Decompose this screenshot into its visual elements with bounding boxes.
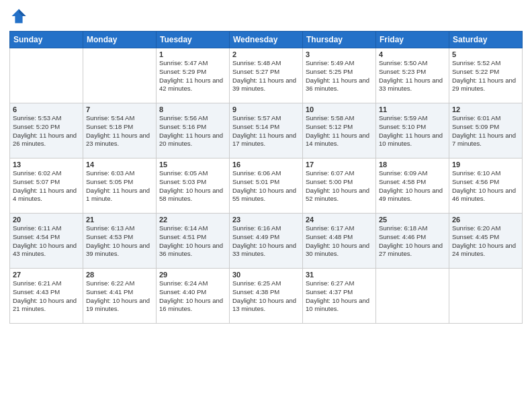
calendar-cell: 25Sunrise: 6:18 AMSunset: 4:46 PMDayligh… [376, 214, 449, 269]
calendar-cell: 22Sunrise: 6:14 AMSunset: 4:51 PMDayligh… [157, 214, 230, 269]
calendar-cell: 26Sunrise: 6:20 AMSunset: 4:45 PMDayligh… [449, 214, 523, 269]
calendar-week-row: 13Sunrise: 6:02 AMSunset: 5:07 PMDayligh… [10, 158, 523, 214]
day-number: 29 [159, 271, 226, 279]
calendar-cell: 21Sunrise: 6:13 AMSunset: 4:53 PMDayligh… [83, 214, 157, 269]
day-number: 13 [13, 161, 80, 169]
day-info: Sunrise: 6:09 AMSunset: 4:58 PMDaylight:… [379, 169, 446, 203]
day-number: 5 [452, 50, 519, 58]
day-number: 30 [232, 271, 300, 279]
day-number: 4 [379, 50, 446, 58]
day-number: 16 [232, 161, 300, 169]
calendar-cell: 27Sunrise: 6:21 AMSunset: 4:43 PMDayligh… [10, 269, 83, 324]
day-number: 19 [452, 161, 519, 169]
logo-icon [9, 7, 28, 26]
day-info: Sunrise: 5:52 AMSunset: 5:22 PMDaylight:… [452, 59, 519, 93]
calendar-cell: 23Sunrise: 6:16 AMSunset: 4:49 PMDayligh… [230, 214, 303, 269]
day-number: 12 [452, 105, 519, 113]
day-number: 10 [306, 105, 373, 113]
day-number: 27 [13, 271, 80, 279]
day-number: 9 [232, 105, 300, 113]
day-info: Sunrise: 5:48 AMSunset: 5:27 PMDaylight:… [232, 59, 300, 93]
day-info: Sunrise: 6:20 AMSunset: 4:45 PMDaylight:… [452, 224, 519, 259]
day-number: 26 [452, 216, 519, 224]
day-number: 15 [159, 161, 226, 169]
day-info: Sunrise: 6:18 AMSunset: 4:46 PMDaylight:… [379, 224, 446, 259]
calendar-cell: 3Sunrise: 5:49 AMSunset: 5:25 PMDaylight… [303, 48, 376, 103]
day-number: 17 [306, 161, 373, 169]
logo [9, 7, 31, 26]
day-info: Sunrise: 5:53 AMSunset: 5:20 PMDaylight:… [13, 114, 80, 148]
day-info: Sunrise: 6:25 AMSunset: 4:38 PMDaylight:… [232, 279, 300, 314]
day-info: Sunrise: 6:02 AMSunset: 5:07 PMDaylight:… [13, 169, 80, 203]
day-number: 6 [13, 105, 80, 113]
calendar-week-row: 27Sunrise: 6:21 AMSunset: 4:43 PMDayligh… [10, 269, 523, 324]
day-number: 11 [379, 105, 446, 113]
day-number: 3 [306, 50, 373, 58]
day-number: 28 [86, 271, 153, 279]
day-info: Sunrise: 6:13 AMSunset: 4:53 PMDaylight:… [86, 224, 153, 259]
calendar-week-row: 6Sunrise: 5:53 AMSunset: 5:20 PMDaylight… [10, 103, 523, 158]
calendar-cell: 13Sunrise: 6:02 AMSunset: 5:07 PMDayligh… [10, 158, 83, 214]
day-number: 8 [159, 105, 226, 113]
day-info: Sunrise: 5:54 AMSunset: 5:18 PMDaylight:… [86, 114, 153, 148]
calendar-cell: 15Sunrise: 6:05 AMSunset: 5:03 PMDayligh… [157, 158, 230, 214]
day-info: Sunrise: 6:17 AMSunset: 4:48 PMDaylight:… [306, 224, 373, 259]
day-number: 23 [232, 216, 300, 224]
day-number: 22 [159, 216, 226, 224]
day-info: Sunrise: 6:11 AMSunset: 4:54 PMDaylight:… [13, 224, 80, 259]
weekday-header-sunday: Sunday [10, 32, 83, 48]
calendar-cell: 1Sunrise: 5:47 AMSunset: 5:29 PMDaylight… [157, 48, 230, 103]
weekday-header-thursday: Thursday [303, 32, 376, 48]
day-number: 1 [159, 50, 226, 58]
weekday-header-monday: Monday [83, 32, 157, 48]
day-info: Sunrise: 6:22 AMSunset: 4:41 PMDaylight:… [86, 279, 153, 314]
day-number: 21 [86, 216, 153, 224]
calendar-cell [83, 48, 157, 103]
day-info: Sunrise: 6:06 AMSunset: 5:01 PMDaylight:… [232, 169, 300, 203]
calendar-cell: 8Sunrise: 5:56 AMSunset: 5:16 PMDaylight… [157, 103, 230, 158]
calendar-cell: 16Sunrise: 6:06 AMSunset: 5:01 PMDayligh… [230, 158, 303, 214]
weekday-header-row: SundayMondayTuesdayWednesdayThursdayFrid… [10, 32, 523, 48]
calendar-cell: 6Sunrise: 5:53 AMSunset: 5:20 PMDaylight… [10, 103, 83, 158]
weekday-header-friday: Friday [376, 32, 449, 48]
day-info: Sunrise: 6:07 AMSunset: 5:00 PMDaylight:… [306, 169, 373, 203]
day-info: Sunrise: 6:14 AMSunset: 4:51 PMDaylight:… [159, 224, 226, 259]
weekday-header-saturday: Saturday [449, 32, 523, 48]
calendar-cell: 9Sunrise: 5:57 AMSunset: 5:14 PMDaylight… [230, 103, 303, 158]
calendar-cell: 30Sunrise: 6:25 AMSunset: 4:38 PMDayligh… [230, 269, 303, 324]
day-info: Sunrise: 6:05 AMSunset: 5:03 PMDaylight:… [159, 169, 226, 203]
calendar-cell: 18Sunrise: 6:09 AMSunset: 4:58 PMDayligh… [376, 158, 449, 214]
day-info: Sunrise: 5:59 AMSunset: 5:10 PMDaylight:… [379, 114, 446, 148]
day-info: Sunrise: 5:47 AMSunset: 5:29 PMDaylight:… [159, 59, 226, 93]
day-info: Sunrise: 6:21 AMSunset: 4:43 PMDaylight:… [13, 279, 80, 314]
calendar-cell [10, 48, 83, 103]
day-info: Sunrise: 6:10 AMSunset: 4:56 PMDaylight:… [452, 169, 519, 203]
calendar-cell: 28Sunrise: 6:22 AMSunset: 4:41 PMDayligh… [83, 269, 157, 324]
day-number: 25 [379, 216, 446, 224]
calendar-cell: 29Sunrise: 6:24 AMSunset: 4:40 PMDayligh… [157, 269, 230, 324]
calendar-cell: 24Sunrise: 6:17 AMSunset: 4:48 PMDayligh… [303, 214, 376, 269]
calendar-cell: 7Sunrise: 5:54 AMSunset: 5:18 PMDaylight… [83, 103, 157, 158]
weekday-header-wednesday: Wednesday [230, 32, 303, 48]
calendar-week-row: 1Sunrise: 5:47 AMSunset: 5:29 PMDaylight… [10, 48, 523, 103]
calendar-cell: 11Sunrise: 5:59 AMSunset: 5:10 PMDayligh… [376, 103, 449, 158]
calendar-table: SundayMondayTuesdayWednesdayThursdayFrid… [9, 31, 523, 324]
day-info: Sunrise: 5:49 AMSunset: 5:25 PMDaylight:… [306, 59, 373, 93]
calendar-cell [449, 269, 523, 324]
day-info: Sunrise: 6:03 AMSunset: 5:05 PMDaylight:… [86, 169, 153, 203]
calendar-header [9, 7, 523, 26]
calendar-cell: 2Sunrise: 5:48 AMSunset: 5:27 PMDaylight… [230, 48, 303, 103]
day-info: Sunrise: 5:56 AMSunset: 5:16 PMDaylight:… [159, 114, 226, 148]
calendar-cell: 31Sunrise: 6:27 AMSunset: 4:37 PMDayligh… [303, 269, 376, 324]
day-info: Sunrise: 5:50 AMSunset: 5:23 PMDaylight:… [379, 59, 446, 93]
day-info: Sunrise: 6:27 AMSunset: 4:37 PMDaylight:… [306, 279, 373, 314]
day-number: 2 [232, 50, 300, 58]
day-number: 31 [306, 271, 373, 279]
day-number: 24 [306, 216, 373, 224]
calendar-cell: 14Sunrise: 6:03 AMSunset: 5:05 PMDayligh… [83, 158, 157, 214]
day-info: Sunrise: 5:57 AMSunset: 5:14 PMDaylight:… [232, 114, 300, 148]
weekday-header-tuesday: Tuesday [157, 32, 230, 48]
day-info: Sunrise: 6:24 AMSunset: 4:40 PMDaylight:… [159, 279, 226, 314]
calendar-cell [376, 269, 449, 324]
calendar-cell: 12Sunrise: 6:01 AMSunset: 5:09 PMDayligh… [449, 103, 523, 158]
